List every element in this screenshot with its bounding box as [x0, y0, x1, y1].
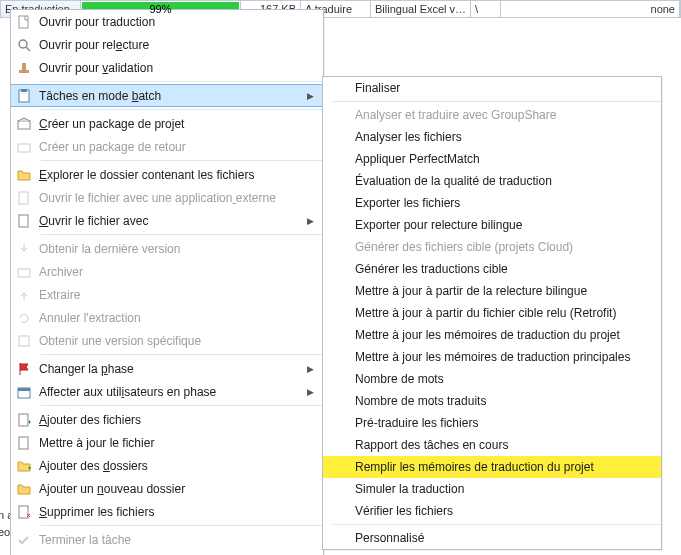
menu-label: Ajouter des dossiers	[37, 459, 317, 473]
menu-label: Créer un package de retour	[37, 140, 317, 154]
sub-perfectmatch[interactable]: Appliquer PerfectMatch	[323, 148, 661, 170]
menu-update-file[interactable]: Mettre à jour le fichier	[11, 431, 323, 454]
menu-delete-files[interactable]: Supprimer les fichiers	[11, 500, 323, 523]
sub-populate-tm[interactable]: Remplir les mémoires de traduction du pr…	[323, 456, 661, 478]
svg-rect-9	[19, 215, 28, 227]
chevron-right-icon: ▶	[303, 216, 317, 226]
menu-label: Ouvrir pour validation	[37, 61, 317, 75]
sub-retrofit[interactable]: Mettre à jour à partir du fichier cible …	[323, 302, 661, 324]
file-refresh-icon	[11, 435, 37, 451]
svg-rect-10	[18, 269, 30, 277]
menu-label: Terminer la tâche	[37, 533, 317, 547]
col-none1: none	[501, 1, 680, 17]
folder-new-icon	[11, 481, 37, 497]
menu-label: Mettre à jour le fichier	[37, 436, 317, 450]
undo-icon	[11, 310, 37, 326]
search-icon	[11, 37, 37, 53]
menu-label: Ouvrir le fichier avec une application e…	[37, 191, 317, 205]
sub-custom[interactable]: Personnalisé	[323, 527, 661, 549]
menu-label: Annuler l'extraction	[37, 311, 317, 325]
sub-pretranslate[interactable]: Pré-traduire les fichiers	[323, 412, 661, 434]
menu-add-folders[interactable]: Ajouter des dossiers	[11, 454, 323, 477]
separator	[41, 405, 323, 406]
sub-update-from-review[interactable]: Mettre à jour à partir de la relecture b…	[323, 280, 661, 302]
menu-get-latest[interactable]: Obtenir la dernière version	[11, 237, 323, 260]
chevron-right-icon: ▶	[303, 364, 317, 374]
menu-label: Ouvrir le fichier avec	[37, 214, 303, 228]
separator	[41, 525, 323, 526]
svg-rect-14	[19, 414, 28, 426]
chevron-right-icon: ▶	[303, 91, 317, 101]
menu-create-package[interactable]: Créer un package de projet	[11, 112, 323, 135]
menu-open-with[interactable]: Ouvrir le fichier avec ▶	[11, 209, 323, 232]
svg-rect-2	[19, 70, 29, 73]
menu-open-validate[interactable]: Ouvrir pour validation	[11, 56, 323, 79]
menu-label: Ouvrir pour traduction	[37, 15, 317, 29]
menu-create-return-package[interactable]: Créer un package de retour	[11, 135, 323, 158]
sub-gen-cloud[interactable]: Générer des fichiers cible (projets Clou…	[323, 236, 661, 258]
sub-finalize[interactable]: Finaliser	[323, 77, 661, 99]
flag-icon	[11, 361, 37, 377]
menu-label: Changer la phase	[37, 362, 303, 376]
separator	[333, 101, 661, 102]
menu-assign-users[interactable]: Affecter aux utilisateurs en phase ▶	[11, 380, 323, 403]
svg-rect-3	[22, 63, 26, 70]
separator	[41, 109, 323, 110]
menu-open-external[interactable]: Ouvrir le fichier avec une application e…	[11, 186, 323, 209]
clipboard-icon	[11, 88, 37, 104]
menu-extract[interactable]: Extraire	[11, 283, 323, 306]
sub-task-report[interactable]: Rapport des tâches en cours	[323, 434, 661, 456]
menu-archive[interactable]: Archiver	[11, 260, 323, 283]
package-return-icon	[11, 139, 37, 155]
menu-label: Affecter aux utilisateurs en phase	[37, 385, 303, 399]
sub-analyze-groupshare[interactable]: Analyser et traduire avec GroupShare	[323, 104, 661, 126]
progress-text: 99%	[85, 3, 236, 15]
menu-label: Ajouter un nouveau dossier	[37, 482, 317, 496]
menu-label: Ajouter des fichiers	[37, 413, 317, 427]
svg-rect-0	[19, 16, 28, 28]
svg-rect-11	[19, 336, 29, 346]
menu-add-new-folder[interactable]: Ajouter un nouveau dossier	[11, 477, 323, 500]
menu-end-task[interactable]: Terminer la tâche	[11, 528, 323, 551]
chevron-right-icon: ▶	[303, 387, 317, 397]
sub-wordcount-translated[interactable]: Nombre de mots traduits	[323, 390, 661, 412]
svg-rect-6	[18, 121, 30, 129]
package-icon	[11, 116, 37, 132]
menu-label: Ouvrir pour relecture	[37, 38, 317, 52]
sub-quality-eval[interactable]: Évaluation de la qualité de traduction	[323, 170, 661, 192]
menu-publish[interactable]: Publier la tâche	[11, 551, 323, 555]
sub-simulate[interactable]: Simuler la traduction	[323, 478, 661, 500]
separator	[41, 160, 323, 161]
menu-label: Créer un package de projet	[37, 117, 317, 131]
version-icon	[11, 333, 37, 349]
menu-get-specific[interactable]: Obtenir une version spécifique	[11, 329, 323, 352]
menu-batch-tasks[interactable]: Tâches en mode batch ▶	[11, 84, 323, 107]
document-icon	[11, 14, 37, 30]
sub-export-files[interactable]: Exporter les fichiers	[323, 192, 661, 214]
menu-change-phase[interactable]: Changer la phase ▶	[11, 357, 323, 380]
context-menu: Ouvrir pour traduction Ouvrir pour relec…	[10, 9, 324, 555]
menu-open-review[interactable]: Ouvrir pour relecture	[11, 33, 323, 56]
menu-label: Archiver	[37, 265, 317, 279]
sub-wordcount[interactable]: Nombre de mots	[323, 368, 661, 390]
sub-update-tm-project[interactable]: Mettre à jour les mémoires de traduction…	[323, 324, 661, 346]
menu-add-files[interactable]: Ajouter des fichiers	[11, 408, 323, 431]
sub-gen-target[interactable]: Générer les traductions cible	[323, 258, 661, 280]
menu-label: Obtenir une version spécifique	[37, 334, 317, 348]
upload-icon	[11, 287, 37, 303]
menu-undo-extract[interactable]: Annuler l'extraction	[11, 306, 323, 329]
svg-point-1	[19, 40, 27, 48]
calendar-icon	[11, 384, 37, 400]
menu-label: Explorer le dossier contenant les fichie…	[37, 168, 317, 182]
menu-label: Extraire	[37, 288, 317, 302]
separator	[41, 81, 323, 82]
sub-verify[interactable]: Vérifier les fichiers	[323, 500, 661, 522]
sub-update-tm-main[interactable]: Mettre à jour les mémoires de traduction…	[323, 346, 661, 368]
col-format: Bilingual Excel v…	[371, 1, 471, 17]
sub-export-review[interactable]: Exporter pour relecture bilingue	[323, 214, 661, 236]
menu-explore-folder[interactable]: Explorer le dossier contenant les fichie…	[11, 163, 323, 186]
col-back: \	[471, 1, 501, 17]
svg-rect-7	[18, 144, 30, 152]
sub-analyze[interactable]: Analyser les fichiers	[323, 126, 661, 148]
svg-rect-15	[19, 437, 28, 449]
